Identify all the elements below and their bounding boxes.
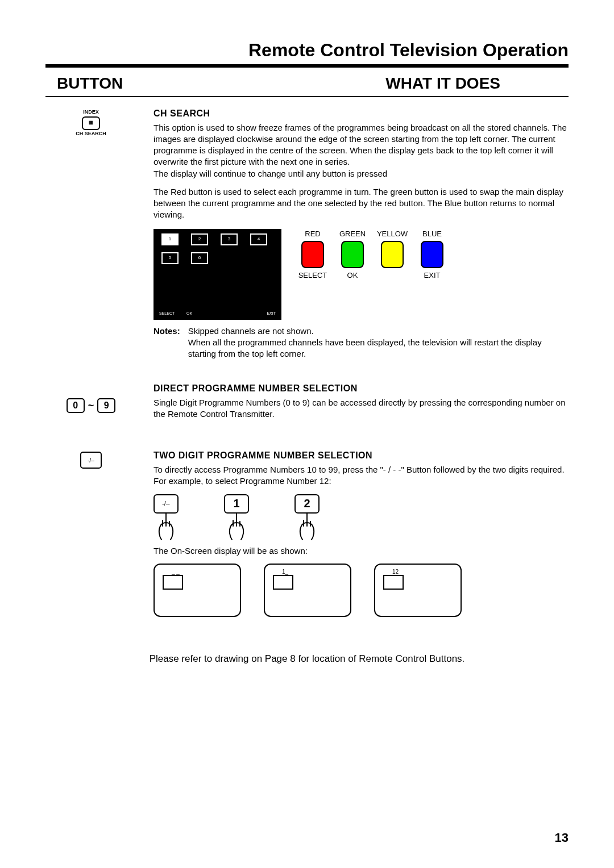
ch-search-para-1: This option is used to show freeze frame… [154,122,569,180]
blue-button-col: BLUE EXIT [412,229,452,281]
ch-search-icon: INDEX ▦ CH SEARCH [76,110,106,360]
text: This option is used to show freeze frame… [154,123,567,167]
label-yellow: YELLOW [372,229,412,239]
tv-footer: SELECT OK EXIT [158,311,277,316]
numkeys-0-9-icon: 0 ~ 9 [67,385,116,427]
button-icon-col: -/-- [45,449,136,616]
notes-label: Notes: [154,326,180,360]
label-ok: OK [333,270,372,281]
osd-screen-1: _ _ [154,564,241,617]
tv-cell: 4 [250,233,267,245]
press-step-1: -/-- [154,494,179,541]
section-ch-search: INDEX ▦ CH SEARCH CH SEARCH This option … [45,107,569,360]
section-two-digit: -/-- TWO DIGIT PROGRAMME NUMBER SELECTIO… [45,449,569,616]
text: The display will continue to change unti… [154,169,387,178]
heading-direct: DIRECT PROGRAMME NUMBER SELECTION [154,382,569,395]
tv-cell: 1 [161,233,179,245]
yellow-button-col: YELLOW [372,229,412,271]
tv-cell: 5 [161,252,179,264]
press-step-3: 2 [294,494,320,541]
desc-col: DIRECT PROGRAMME NUMBER SELECTION Single… [154,382,569,427]
heading-two-digit: TWO DIGIT PROGRAMME NUMBER SELECTION [154,449,569,462]
key-0-icon: 0 [67,398,85,413]
tv-cell: 3 [221,233,238,245]
press-key-1: 1 [224,494,249,514]
col-button: BUTTON [57,74,123,93]
osd-screen-2: 1_ [264,564,351,617]
direct-body: Single Digit Programme Numbers (0 to 9) … [154,397,569,420]
osd-caption: The On-Screen display will be as shown: [154,545,569,557]
section-direct-number: 0 ~ 9 DIRECT PROGRAMME NUMBER SELECTION … [45,382,569,427]
dash-key-icon: -/-- [80,452,102,469]
columns-header: BUTTON WHAT IT DOES [45,72,569,97]
yellow-button-icon [381,241,404,268]
tilde: ~ [88,400,94,412]
tv-grid-graphic: 1 2 3 4 5 6 SELECT OK [154,229,281,320]
hand-icon [294,512,320,541]
hand-icon [224,512,249,541]
desc-col: CH SEARCH This option is used to show fr… [154,107,569,360]
press-key-dash: -/-- [154,494,179,514]
notes-text: Skipped channels are not shown. When all… [188,326,569,360]
color-buttons: RED SELECT GREEN OK YELLOW [293,229,452,281]
index-button-icon: ▦ [82,116,100,130]
ch-search-para-2: The Red button is used to select each pr… [154,186,569,221]
tv-cell: 6 [191,252,208,264]
label-red: RED [293,229,333,239]
label-green: GREEN [333,229,372,239]
red-button-icon [301,241,324,268]
two-digit-body: To directly access Programme Numbers 10 … [154,464,569,487]
icon-label-index: INDEX [76,110,106,115]
button-icon-col: 0 ~ 9 [45,382,136,427]
tv-footer-select: SELECT [159,311,186,316]
green-button-icon [341,241,364,268]
col-what-it-does: WHAT IT DOES [385,74,500,93]
press-step-2: 1 [224,494,249,541]
icon-label-chsearch: CH SEARCH [76,131,106,137]
label-select: SELECT [293,270,333,281]
notes: Notes: Skipped channels are not shown. W… [154,326,569,360]
page-title: Remote Control Television Operation [45,40,569,68]
osd-pic-icon [163,575,183,590]
blue-button-icon [421,241,443,268]
osd-pic-icon [273,575,293,590]
osd-row: _ _ 1_ 12 [154,564,569,617]
label-exit: EXIT [412,270,452,281]
graphics-row: 1 2 3 4 5 6 SELECT OK [154,229,569,320]
page-number: 13 [555,831,569,845]
tv-footer-exit: EXIT [267,311,276,316]
osd-pic-icon [383,575,404,590]
key-9-icon: 9 [97,398,115,413]
tv-footer-ok: OK [186,311,214,316]
press-sequence: -/-- 1 2 [154,494,569,541]
red-button-col: RED SELECT [293,229,333,281]
desc-col: TWO DIGIT PROGRAMME NUMBER SELECTION To … [154,449,569,616]
footer-note: Please refer to drawing on Page 8 for lo… [45,653,569,665]
heading-ch-search: CH SEARCH [154,107,569,120]
osd-screen-3: 12 [374,564,462,617]
press-key-2: 2 [294,494,320,514]
manual-page: Remote Control Television Operation BUTT… [0,0,614,868]
label-blue: BLUE [412,229,452,239]
content: INDEX ▦ CH SEARCH CH SEARCH This option … [45,107,569,665]
green-button-col: GREEN OK [333,229,372,281]
hand-icon [154,512,179,541]
button-icon-col: INDEX ▦ CH SEARCH [45,107,136,360]
tv-cell: 2 [191,233,208,245]
